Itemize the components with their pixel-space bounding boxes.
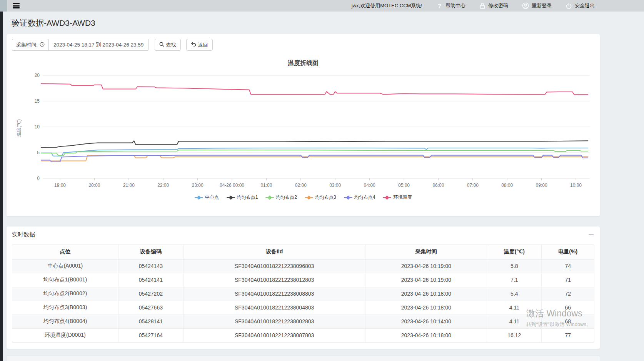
svg-text:02:00: 02:00	[295, 183, 307, 188]
legend-label: 中心点	[205, 194, 219, 201]
help-center-item[interactable]: ? 帮助中心	[436, 2, 465, 9]
logout-item[interactable]: 安全退出	[566, 2, 595, 9]
svg-text:01:00: 01:00	[260, 183, 272, 188]
table-header-cell: 电量(%)	[542, 245, 594, 259]
table-cell: 2023-04-26 10:18:00	[365, 328, 487, 342]
search-button[interactable]: 查找	[155, 39, 181, 51]
svg-text:08:00: 08:00	[501, 183, 513, 188]
table-cell: 77	[542, 328, 594, 342]
svg-text:22:00: 22:00	[157, 183, 169, 188]
svg-text:5: 5	[37, 150, 40, 155]
table-cell: 05427164	[118, 328, 183, 342]
table-cell: 05424143	[118, 259, 183, 273]
legend-label: 均匀布点2	[276, 194, 297, 201]
svg-text:23:00: 23:00	[192, 183, 204, 188]
table-cell: SF3040A0100182212238002803	[184, 314, 365, 328]
table-cell: 2023-04-26 10:19:00	[365, 273, 487, 287]
change-password-item[interactable]: 修改密码	[479, 2, 508, 9]
table-cell: 5.4	[487, 287, 542, 301]
table-cell: 2023-04-26 10:18:00	[365, 287, 487, 301]
welcome-text: jwx,欢迎使用MOTEC CCM系统!	[352, 2, 422, 9]
relogin-item[interactable]: 重新登录	[522, 2, 552, 9]
svg-text:05:00: 05:00	[398, 183, 410, 188]
search-icon	[159, 42, 164, 48]
change-password-label: 修改密码	[488, 2, 508, 9]
legend-item[interactable]: 均匀布点2	[265, 194, 297, 201]
table-cell: 中心点(A0001)	[12, 259, 118, 273]
svg-text:19:00: 19:00	[54, 183, 66, 188]
table-row: 均匀布点1(B0001)05424141SF3040A0100182212238…	[12, 273, 594, 287]
table-cell: SF3040A0100182212238096803	[184, 259, 365, 273]
power-icon	[566, 3, 572, 9]
table-header-cell: 设备Iid	[184, 245, 365, 259]
table-cell: 66	[542, 301, 594, 314]
table-cell: 均匀布点4(B0004)	[12, 314, 118, 328]
table-cell: 环境温度(D0001)	[12, 328, 118, 342]
legend-label: 环境温度	[393, 194, 412, 201]
legend-item[interactable]: 环境温度	[383, 194, 412, 201]
chart-card: 采集时间: 查找	[6, 34, 600, 216]
table-cell: 16.12	[487, 328, 542, 342]
page-title: 验证数据-AWD3-AWD3	[12, 18, 600, 28]
svg-text:20: 20	[35, 73, 40, 78]
table-cell: 05428141	[118, 314, 183, 328]
svg-text:?: ?	[438, 3, 441, 9]
legend-marker-icon	[305, 196, 313, 200]
table-cell: 7.1	[487, 273, 542, 287]
sidebar-header-block	[0, 0, 7, 12]
table-cell: 4.11	[487, 314, 542, 328]
svg-text:21:00: 21:00	[123, 183, 135, 188]
svg-text:06:00: 06:00	[432, 183, 444, 188]
realtime-table: 点位设备编码设备Iid采集时间温度(℃)电量(%) 中心点(A0001)0542…	[12, 245, 594, 342]
legend-marker-icon	[383, 196, 391, 200]
table-cell: 4.11	[487, 301, 542, 314]
legend-item[interactable]: 均匀布点4	[344, 194, 375, 201]
legend-marker-icon	[265, 196, 274, 200]
back-button[interactable]: 返回	[186, 39, 213, 51]
table-cell: 均匀布点3(B0003)	[12, 301, 118, 314]
legend-label: 均匀布点4	[354, 194, 375, 201]
table-cell: 2023-04-26 10:19:00	[365, 259, 487, 273]
table-cell: 均匀布点2(B0002)	[12, 287, 118, 301]
svg-text:10:00: 10:00	[570, 183, 582, 188]
svg-text:04:00: 04:00	[364, 183, 375, 188]
table-cell: SF3040A0100182212238012803	[184, 273, 365, 287]
collapse-panel-icon[interactable]	[589, 232, 594, 237]
table-header-cell: 温度(℃)	[487, 245, 542, 259]
table-cell: SF3040A0100182212238004803	[184, 301, 365, 314]
table-header-cell: 设备编码	[118, 245, 183, 259]
date-range-input[interactable]	[48, 39, 149, 51]
table-row: 环境温度(D0001)05427164SF3040A01001822122380…	[12, 328, 594, 342]
table-row: 均匀布点4(B0004)05428141SF3040A0100182212238…	[12, 314, 594, 328]
chart-title: 温度折线图	[7, 59, 600, 67]
collect-time-label: 采集时间:	[12, 39, 48, 51]
user-icon	[522, 2, 529, 9]
table-cell: SF3040A0100182212238008803	[184, 287, 365, 301]
table-cell: SF3040A0100182212238087803	[184, 328, 365, 342]
legend-item[interactable]: 中心点	[195, 194, 219, 201]
svg-text:03:00: 03:00	[329, 183, 341, 188]
table-header-cell: 点位	[12, 245, 118, 259]
table-cell: 05427663	[118, 301, 183, 314]
legend-marker-icon	[227, 196, 235, 200]
svg-text:07:00: 07:00	[467, 183, 479, 188]
table-cell: 05424141	[118, 273, 183, 287]
top-navbar: jwx,欢迎使用MOTEC CCM系统! ? 帮助中心 修改密码 重新登录	[0, 0, 644, 12]
legend-item[interactable]: 均匀布点3	[305, 194, 336, 201]
realtime-data-card: 实时数据 点位设备编码设备Iid采集时间温度(℃)电量(%) 中心点(A0001…	[6, 226, 600, 349]
svg-text:温度(℃): 温度(℃)	[16, 119, 22, 136]
hamburger-menu-icon[interactable]	[13, 3, 20, 8]
table-cell: 均匀布点1(B0001)	[12, 273, 118, 287]
collapsed-sidebar[interactable]	[0, 12, 3, 361]
svg-text:20:00: 20:00	[88, 183, 100, 188]
help-icon: ?	[436, 3, 443, 9]
logout-label: 安全退出	[575, 2, 595, 9]
legend-item[interactable]: 均匀布点1	[227, 194, 258, 201]
table-cell: 5.8	[487, 259, 542, 273]
filter-row: 采集时间: 查找	[12, 39, 600, 51]
next-panel-top-edge	[6, 355, 600, 361]
legend-label: 均匀布点1	[237, 194, 258, 201]
panel-title: 实时数据	[12, 231, 35, 238]
temperature-line-chart: 0510152019:0020:0021:0022:0023:0004-26 0…	[7, 70, 600, 190]
legend-label: 均匀布点3	[315, 194, 336, 201]
